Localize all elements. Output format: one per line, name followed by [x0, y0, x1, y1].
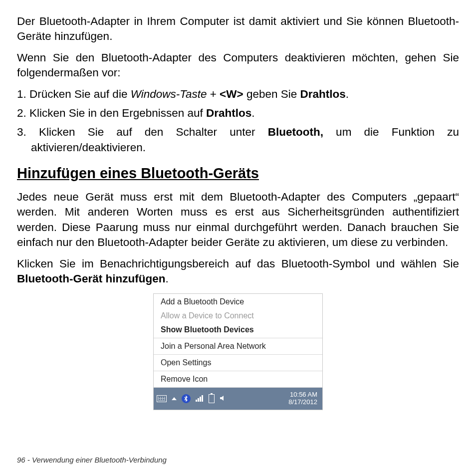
text-bold: <W>	[220, 88, 243, 100]
text: Klicken Sie auf den Schalter unter	[39, 126, 268, 138]
step-number: 2.	[17, 107, 29, 119]
show-hidden-icon[interactable]	[172, 397, 177, 400]
keyboard-icon[interactable]	[157, 395, 167, 402]
text-bold: Bluetooth,	[268, 126, 323, 138]
menu-item-remove-icon[interactable]: Remove Icon	[154, 372, 322, 386]
svg-rect-1	[198, 398, 199, 402]
text: .	[251, 107, 254, 119]
text: .	[346, 88, 349, 100]
step-number: 3.	[17, 126, 39, 138]
step-3: 3. Klicken Sie auf den Schalter unter Bl…	[17, 125, 459, 155]
paragraph-pairing: Jedes neue Gerät muss erst mit dem Bluet…	[17, 190, 459, 250]
svg-rect-0	[196, 400, 197, 402]
time-text: 10:56 AM	[288, 391, 317, 399]
menu-item-open-settings[interactable]: Open Settings	[154, 356, 322, 370]
paragraph-click: Klicken Sie im Benachrichtigungsbereich …	[17, 256, 459, 287]
step-1: 1. Drücken Sie auf die Windows-Taste + <…	[17, 87, 459, 102]
text-bold: Bluetooth-Gerät hinzufügen	[17, 272, 165, 285]
menu-item-allow-connect: Allow a Device to Connect	[154, 309, 322, 323]
text: geben Sie	[243, 88, 300, 100]
step-number: 1.	[17, 88, 29, 100]
svg-rect-2	[200, 397, 201, 402]
paragraph-intro: Der Bluetooth-Adapter in Ihrem Computer …	[17, 14, 459, 44]
menu-item-join-pan[interactable]: Join a Personal Area Network	[154, 339, 322, 353]
volume-icon[interactable]	[220, 395, 227, 403]
text-bold: Drahtlos	[300, 88, 345, 100]
text: +	[207, 88, 220, 100]
menu-item-show-devices[interactable]: Show Bluetooth Devices	[154, 323, 322, 337]
section-heading: Hinzufügen eines Bluetooth-Geräts	[17, 165, 459, 182]
steps-list: 1. Drücken Sie auf die Windows-Taste + <…	[17, 87, 459, 156]
bluetooth-context-menu-screenshot: Add a Bluetooth Device Allow a Device to…	[153, 293, 323, 410]
text: Drücken Sie auf die	[29, 88, 131, 100]
page-footer: 96 - Verwendung einer Bluetooth-Verbindu…	[17, 456, 167, 464]
text-bold: Drahtlos	[206, 107, 251, 119]
text: .	[165, 272, 168, 285]
date-text: 8/17/2012	[288, 399, 317, 406]
taskbar: 10:56 AM 8/17/2012	[154, 388, 322, 410]
menu-item-add-device[interactable]: Add a Bluetooth Device	[154, 295, 322, 309]
battery-icon[interactable]	[209, 394, 215, 403]
text: Klicken Sie in den Ergebnissen auf	[29, 107, 206, 119]
text: Klicken Sie im Benachrichtigungsbereich …	[17, 257, 459, 270]
text-italic: Windows-Taste	[131, 88, 207, 100]
tray-icons	[157, 394, 227, 403]
bluetooth-icon[interactable]	[182, 394, 191, 403]
step-2: 2. Klicken Sie in den Ergebnissen auf Dr…	[17, 106, 459, 121]
network-icon[interactable]	[196, 395, 204, 403]
svg-rect-3	[202, 395, 203, 402]
paragraph-deactivate-intro: Wenn Sie den Bluetooth-Adapter des Compu…	[17, 50, 459, 81]
clock[interactable]: 10:56 AM 8/17/2012	[288, 391, 319, 406]
